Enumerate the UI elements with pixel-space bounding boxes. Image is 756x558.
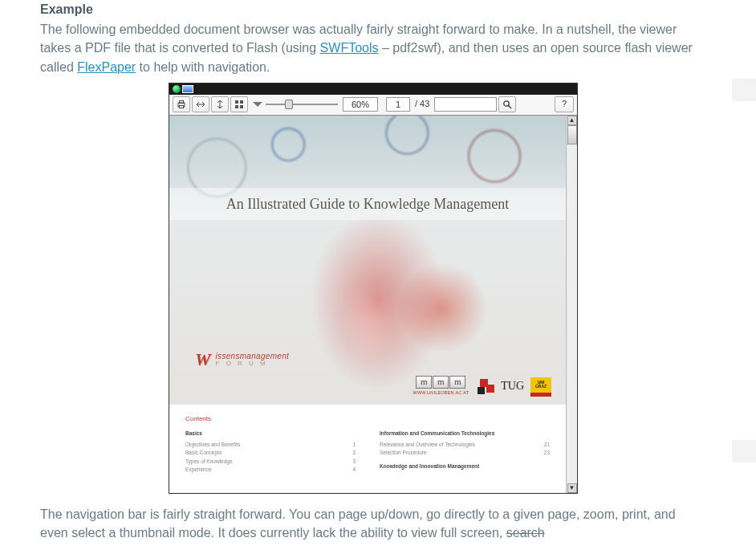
scroll-down-button[interactable]: ▼ [567,483,577,493]
svg-line-8 [509,106,512,109]
svg-rect-1 [180,101,184,104]
embedded-document-viewer: 60% 1 / 43 ? An Illustrated Guide to Kno… [169,83,578,494]
scroll-up-button[interactable]: ▲ [567,116,577,125]
article-body: Example The following embedded document … [0,0,706,542]
tug-logo: TUG [475,378,524,396]
search-input[interactable] [434,97,497,112]
contents-row: Relevance and Overview of Technologies21 [380,441,550,449]
viewer-toolbar: 60% 1 / 43 ? [169,95,577,116]
wissensmanagement-logo: W issensmanagement F o r u m [195,347,289,373]
print-button[interactable] [173,96,190,112]
fit-width-button[interactable] [192,96,209,112]
m-box-icon: m [433,376,449,389]
cover-title-band: An Illustrated Guide to Knowledge Manage… [169,188,566,220]
vertical-scrollbar[interactable]: ▲ ▼ [566,116,577,493]
uni-graz-logo: UNI GRAZ [530,377,551,397]
svg-rect-6 [240,105,243,108]
fit-height-button[interactable] [211,96,229,112]
sponsor-logos: m m m WWW.UNILEOBEN.AC.AT TUG UNI [413,376,551,397]
flash-titlebar [169,83,577,95]
contents-row: Objectives and Benefits1 [185,441,356,449]
scroll-thumb[interactable] [567,125,577,145]
m-box-icon: m [416,376,432,389]
contents-row: Selection Procedure23 [380,449,550,457]
flash-orb-icon [173,85,181,93]
zoom-slider[interactable] [253,102,338,107]
page-total-label: / 43 [415,98,429,111]
m-box-icon: m [449,376,465,389]
zoom-level-input[interactable]: 60% [343,97,378,112]
svg-rect-5 [235,105,238,108]
svg-rect-2 [180,106,184,108]
section-heading: Example [40,0,706,18]
contents-col-2: Information and Communication Technologi… [380,430,550,474]
flexpaper-link[interactable]: FlexPaper [77,60,136,74]
page-canvas[interactable]: An Illustrated Guide to Knowledge Manage… [169,116,566,493]
search-button[interactable] [498,96,516,112]
zoom-track[interactable] [266,104,338,105]
contents-heading: Contents [185,414,550,424]
help-button[interactable]: ? [555,96,574,112]
zoom-min-icon [253,102,262,107]
sidebar-ghost [732,440,756,462]
zoom-knob[interactable] [285,100,293,109]
sidebar-ghost [732,79,756,101]
contents-row: Experience4 [185,466,356,474]
flash-window-icon [182,85,193,93]
page-2-contents: Contents Basics Objectives and Benefits1… [169,406,566,483]
cover-title: An Illustrated Guide to Knowledge Manage… [226,193,509,214]
closing-paragraph: The navigation bar is fairly straight fo… [40,505,706,542]
svg-point-7 [504,101,509,106]
contents-row: Basic Concepts2 [185,449,356,457]
svg-rect-3 [235,100,238,104]
contents-col-1: Basics Objectives and Benefits1 Basic Co… [185,430,356,474]
strikethrough-text: search [506,526,545,540]
swftools-link[interactable]: SWFTools [320,41,379,55]
intro-paragraph: The following embedded document browser … [40,20,706,76]
contents-row: Types of Knowledge3 [185,458,356,466]
svg-rect-4 [240,100,243,104]
tug-mark-icon [475,379,498,397]
scroll-track[interactable] [567,125,577,483]
mmm-logo: m m m WWW.UNILEOBEN.AC.AT [413,376,469,397]
document-viewport: An Illustrated Guide to Knowledge Manage… [169,116,577,493]
page-number-input[interactable]: 1 [386,97,410,112]
wm-w-glyph: W [195,347,211,373]
thumbnail-mode-button[interactable] [230,96,248,112]
page-1-cover: An Illustrated Guide to Knowledge Manage… [169,116,566,405]
